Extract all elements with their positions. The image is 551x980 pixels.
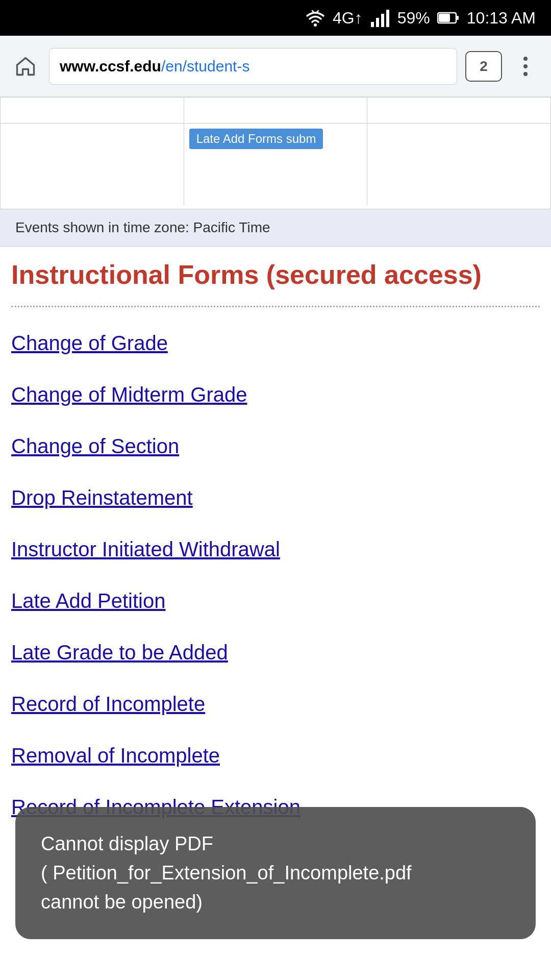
wifi-icon	[305, 8, 325, 28]
lte-indicator: 4G↑	[333, 9, 363, 28]
status-icons: 4G↑ 59% 10:13 AM	[305, 8, 536, 28]
menu-dot-3	[523, 72, 528, 76]
error-toast: Cannot display PDF ( Petition_for_Extens…	[15, 807, 536, 939]
clock: 10:13 AM	[467, 9, 536, 28]
list-item: Drop Reinstatement	[11, 472, 540, 524]
timezone-notice: Events shown in time zone: Pacific Time	[0, 209, 551, 247]
list-item: Late Grade to be Added	[11, 627, 540, 678]
list-item: Late Add Petition	[11, 575, 540, 627]
list-item: Change of Midterm Grade	[11, 369, 540, 421]
address-path: /en/student-s	[161, 58, 249, 75]
tab-count: 2	[480, 58, 488, 75]
calendar-header	[1, 97, 550, 124]
calendar-body: Late Add Forms subm	[1, 124, 550, 205]
instructional-forms-list: Change of Grade Change of Midterm Grade …	[0, 317, 551, 833]
calendar-area: Late Add Forms subm	[0, 97, 551, 209]
dotted-separator	[11, 306, 540, 307]
timezone-text: Events shown in time zone: Pacific Time	[15, 219, 270, 235]
page-title: Instructional Forms (secured access)	[11, 259, 540, 290]
svg-point-0	[314, 23, 317, 27]
cal-col-2	[184, 97, 368, 123]
svg-rect-1	[371, 22, 374, 27]
cal-body-col-3	[367, 124, 550, 205]
late-add-petition-link[interactable]: Late Add Petition	[11, 590, 165, 612]
list-item: Change of Section	[11, 421, 540, 472]
cal-col-1	[1, 97, 184, 123]
error-line2: ( Petition_for_Extension_of_Incomplete.p…	[41, 862, 412, 884]
removal-of-incomplete-link[interactable]: Removal of Incomplete	[11, 744, 220, 767]
change-of-midterm-grade-link[interactable]: Change of Midterm Grade	[11, 383, 247, 406]
status-bar: 4G↑ 59% 10:13 AM	[0, 0, 551, 36]
svg-rect-2	[376, 18, 379, 27]
change-of-section-link[interactable]: Change of Section	[11, 435, 179, 457]
address-bar[interactable]: www.ccsf.edu/en/student-s	[49, 48, 457, 85]
signal-icon	[370, 8, 390, 28]
page-heading-container: Instructional Forms (secured access)	[0, 247, 551, 301]
cal-body-col-1	[1, 124, 184, 205]
browser-chrome: www.ccsf.edu/en/student-s 2	[0, 36, 551, 97]
change-of-grade-link[interactable]: Change of Grade	[11, 332, 168, 354]
home-button[interactable]	[10, 51, 41, 82]
cal-body-col-2[interactable]: Late Add Forms subm	[184, 124, 368, 205]
list-item: Record of Incomplete	[11, 678, 540, 730]
svg-rect-3	[381, 14, 384, 27]
error-line3: cannot be opened)	[41, 891, 203, 913]
address-domain: www.ccsf.edu	[60, 58, 161, 75]
battery-icon	[437, 11, 460, 25]
browser-menu-button[interactable]	[510, 51, 541, 82]
error-line1: Cannot display PDF	[41, 833, 213, 854]
svg-rect-6	[456, 16, 459, 20]
instructor-initiated-withdrawal-link[interactable]: Instructor Initiated Withdrawal	[11, 538, 280, 560]
list-item: Removal of Incomplete	[11, 730, 540, 781]
list-item: Instructor Initiated Withdrawal	[11, 524, 540, 575]
svg-rect-4	[386, 10, 389, 27]
drop-reinstatement-link[interactable]: Drop Reinstatement	[11, 486, 193, 509]
battery-percentage: 59%	[397, 9, 430, 28]
svg-rect-7	[439, 14, 450, 22]
error-toast-text: Cannot display PDF ( Petition_for_Extens…	[41, 829, 510, 917]
menu-dot-1	[523, 57, 528, 61]
late-add-event-tag[interactable]: Late Add Forms subm	[189, 129, 323, 149]
menu-dot-2	[523, 64, 528, 68]
record-of-incomplete-link[interactable]: Record of Incomplete	[11, 693, 205, 715]
late-grade-to-be-added-link[interactable]: Late Grade to be Added	[11, 641, 228, 664]
tab-switcher-button[interactable]: 2	[465, 51, 502, 82]
cal-col-3	[367, 97, 550, 123]
list-item: Change of Grade	[11, 317, 540, 369]
